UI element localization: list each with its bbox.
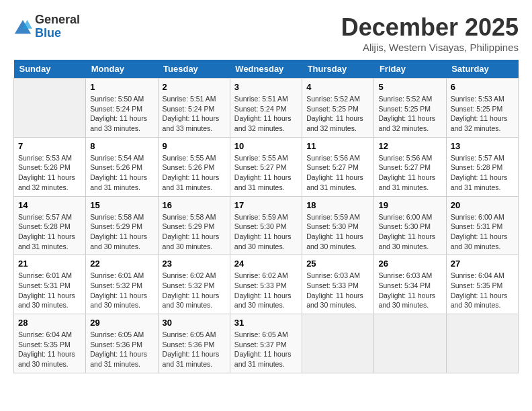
calendar-week-row: 7Sunrise: 5:53 AMSunset: 5:26 PMDaylight…: [14, 137, 519, 196]
day-info: Sunrise: 5:51 AMSunset: 5:24 PMDaylight:…: [163, 94, 226, 134]
day-number: 24: [234, 259, 298, 269]
calendar-cell: 31Sunrise: 6:05 AMSunset: 5:37 PMDayligh…: [230, 314, 302, 373]
calendar-cell: [302, 314, 374, 373]
day-info: Sunrise: 5:57 AMSunset: 5:28 PMDaylight:…: [18, 212, 81, 252]
day-number: 12: [378, 141, 441, 151]
day-info: Sunrise: 5:55 AMSunset: 5:27 PMDaylight:…: [234, 153, 298, 193]
logo: General Blue: [13, 13, 80, 40]
day-number: 9: [163, 141, 226, 151]
day-number: 18: [306, 200, 369, 210]
day-number: 16: [163, 200, 226, 210]
calendar-cell: 2Sunrise: 5:51 AMSunset: 5:24 PMDaylight…: [158, 79, 230, 138]
day-info: Sunrise: 5:55 AMSunset: 5:26 PMDaylight:…: [163, 153, 226, 193]
calendar-cell: 15Sunrise: 5:58 AMSunset: 5:29 PMDayligh…: [86, 196, 158, 255]
calendar-cell: 13Sunrise: 5:57 AMSunset: 5:28 PMDayligh…: [446, 137, 518, 196]
column-header-wednesday: Wednesday: [230, 60, 302, 79]
calendar-cell: 30Sunrise: 6:05 AMSunset: 5:36 PMDayligh…: [158, 314, 230, 373]
calendar-cell: 17Sunrise: 5:59 AMSunset: 5:30 PMDayligh…: [230, 196, 302, 255]
calendar-cell: 8Sunrise: 5:54 AMSunset: 5:26 PMDaylight…: [86, 137, 158, 196]
day-number: 7: [18, 141, 81, 151]
day-info: Sunrise: 5:59 AMSunset: 5:30 PMDaylight:…: [234, 212, 298, 252]
day-info: Sunrise: 6:03 AMSunset: 5:33 PMDaylight:…: [306, 271, 369, 310]
day-number: 22: [90, 259, 153, 269]
calendar-cell: 28Sunrise: 6:04 AMSunset: 5:35 PMDayligh…: [14, 314, 86, 373]
calendar-cell: 26Sunrise: 6:03 AMSunset: 5:34 PMDayligh…: [374, 255, 446, 314]
day-number: 2: [163, 82, 226, 92]
logo-blue: Blue: [35, 26, 61, 40]
day-info: Sunrise: 5:52 AMSunset: 5:25 PMDaylight:…: [306, 94, 369, 134]
day-number: 11: [306, 141, 369, 151]
calendar-cell: 4Sunrise: 5:52 AMSunset: 5:25 PMDaylight…: [302, 79, 374, 138]
day-info: Sunrise: 6:02 AMSunset: 5:33 PMDaylight:…: [234, 271, 298, 310]
day-number: 20: [451, 200, 514, 210]
day-info: Sunrise: 6:04 AMSunset: 5:35 PMDaylight:…: [18, 330, 81, 369]
calendar-week-row: 14Sunrise: 5:57 AMSunset: 5:28 PMDayligh…: [14, 196, 519, 255]
calendar-cell: 3Sunrise: 5:51 AMSunset: 5:24 PMDaylight…: [230, 79, 302, 138]
location-subtitle: Alijis, Western Visayas, Philippines: [341, 42, 519, 53]
day-number: 6: [451, 82, 514, 92]
calendar-cell: 14Sunrise: 5:57 AMSunset: 5:28 PMDayligh…: [14, 196, 86, 255]
column-header-monday: Monday: [86, 60, 158, 79]
day-number: 13: [451, 141, 514, 151]
day-number: 8: [90, 141, 153, 151]
day-number: 14: [18, 200, 81, 210]
calendar-cell: 16Sunrise: 5:58 AMSunset: 5:29 PMDayligh…: [158, 196, 230, 255]
calendar-cell: 7Sunrise: 5:53 AMSunset: 5:26 PMDaylight…: [14, 137, 86, 196]
logo-icon: [13, 17, 32, 36]
day-number: 17: [234, 200, 298, 210]
day-info: Sunrise: 5:53 AMSunset: 5:26 PMDaylight:…: [18, 153, 81, 193]
calendar-cell: 25Sunrise: 6:03 AMSunset: 5:33 PMDayligh…: [302, 255, 374, 314]
calendar-cell: [446, 314, 518, 373]
day-number: 19: [378, 200, 441, 210]
calendar-cell: 27Sunrise: 6:04 AMSunset: 5:35 PMDayligh…: [446, 255, 518, 314]
day-number: 25: [306, 259, 369, 269]
day-info: Sunrise: 5:59 AMSunset: 5:30 PMDaylight:…: [306, 212, 369, 252]
day-number: 26: [378, 259, 441, 269]
month-year-title: December 2025: [341, 13, 519, 42]
day-number: 1: [90, 82, 153, 92]
day-info: Sunrise: 5:52 AMSunset: 5:25 PMDaylight:…: [378, 94, 441, 134]
calendar-cell: 9Sunrise: 5:55 AMSunset: 5:26 PMDaylight…: [158, 137, 230, 196]
calendar-week-row: 1Sunrise: 5:50 AMSunset: 5:24 PMDaylight…: [14, 79, 519, 138]
day-info: Sunrise: 6:00 AMSunset: 5:30 PMDaylight:…: [378, 212, 441, 252]
calendar-table: SundayMondayTuesdayWednesdayThursdayFrid…: [13, 60, 519, 373]
day-info: Sunrise: 5:58 AMSunset: 5:29 PMDaylight:…: [90, 212, 153, 252]
day-number: 23: [163, 259, 226, 269]
calendar-week-row: 28Sunrise: 6:04 AMSunset: 5:35 PMDayligh…: [14, 314, 519, 373]
title-block: December 2025 Alijis, Western Visayas, P…: [341, 13, 519, 53]
column-header-thursday: Thursday: [302, 60, 374, 79]
day-info: Sunrise: 5:51 AMSunset: 5:24 PMDaylight:…: [234, 94, 298, 134]
day-info: Sunrise: 5:54 AMSunset: 5:26 PMDaylight:…: [90, 153, 153, 193]
calendar-header-row: SundayMondayTuesdayWednesdayThursdayFrid…: [14, 60, 519, 79]
column-header-sunday: Sunday: [14, 60, 86, 79]
day-number: 27: [451, 259, 514, 269]
day-info: Sunrise: 6:01 AMSunset: 5:32 PMDaylight:…: [90, 271, 153, 310]
calendar-cell: 18Sunrise: 5:59 AMSunset: 5:30 PMDayligh…: [302, 196, 374, 255]
day-number: 5: [378, 82, 441, 92]
day-number: 31: [234, 318, 298, 328]
day-info: Sunrise: 5:53 AMSunset: 5:25 PMDaylight:…: [451, 94, 514, 134]
page-header: General Blue December 2025 Alijis, Weste…: [13, 13, 519, 53]
day-info: Sunrise: 6:01 AMSunset: 5:31 PMDaylight:…: [18, 271, 81, 310]
calendar-cell: [374, 314, 446, 373]
calendar-cell: [14, 79, 86, 138]
calendar-cell: 10Sunrise: 5:55 AMSunset: 5:27 PMDayligh…: [230, 137, 302, 196]
calendar-cell: 23Sunrise: 6:02 AMSunset: 5:32 PMDayligh…: [158, 255, 230, 314]
day-info: Sunrise: 6:04 AMSunset: 5:35 PMDaylight:…: [451, 271, 514, 310]
calendar-cell: 20Sunrise: 6:00 AMSunset: 5:31 PMDayligh…: [446, 196, 518, 255]
calendar-cell: 24Sunrise: 6:02 AMSunset: 5:33 PMDayligh…: [230, 255, 302, 314]
calendar-cell: 21Sunrise: 6:01 AMSunset: 5:31 PMDayligh…: [14, 255, 86, 314]
day-info: Sunrise: 6:00 AMSunset: 5:31 PMDaylight:…: [451, 212, 514, 252]
day-number: 29: [90, 318, 153, 328]
column-header-friday: Friday: [374, 60, 446, 79]
calendar-cell: 11Sunrise: 5:56 AMSunset: 5:27 PMDayligh…: [302, 137, 374, 196]
column-header-saturday: Saturday: [446, 60, 518, 79]
calendar-cell: 1Sunrise: 5:50 AMSunset: 5:24 PMDaylight…: [86, 79, 158, 138]
day-info: Sunrise: 6:05 AMSunset: 5:37 PMDaylight:…: [234, 330, 298, 369]
day-number: 21: [18, 259, 81, 269]
calendar-cell: 6Sunrise: 5:53 AMSunset: 5:25 PMDaylight…: [446, 79, 518, 138]
logo-text: General Blue: [35, 13, 80, 40]
day-info: Sunrise: 6:03 AMSunset: 5:34 PMDaylight:…: [378, 271, 441, 310]
calendar-cell: 29Sunrise: 6:05 AMSunset: 5:36 PMDayligh…: [86, 314, 158, 373]
day-info: Sunrise: 6:02 AMSunset: 5:32 PMDaylight:…: [163, 271, 226, 310]
